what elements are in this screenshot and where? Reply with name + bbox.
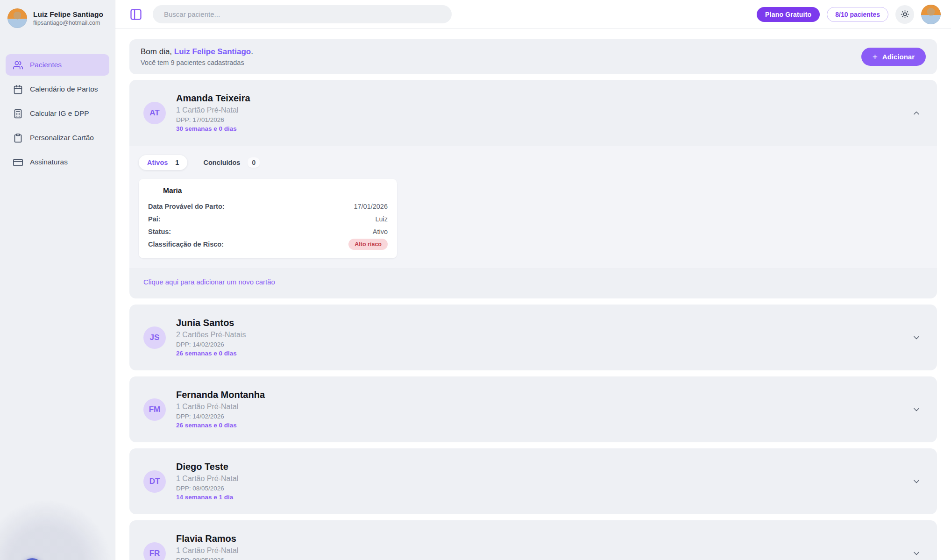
topbar: Plano Gratuito 8/10 pacientes xyxy=(115,0,951,29)
patient-card: JS Junia Santos 2 Cartões Pré-Natais DPP… xyxy=(129,305,937,370)
patient-profile-button[interactable] xyxy=(871,476,881,487)
topbar-right: Plano Gratuito 8/10 pacientes xyxy=(757,5,941,24)
patient-card-header[interactable]: AT Amanda Teixeira 1 Cartão Pré-Natal DP… xyxy=(129,80,937,146)
greeting-banner: Bom dia, Luiz Felipe Santiago. Você tem … xyxy=(129,39,937,74)
patient-dpp: DPP: 17/01/2026 xyxy=(176,115,250,124)
panel-icon xyxy=(129,8,142,21)
detail-row-value: 17/01/2026 xyxy=(354,203,388,210)
patient-gestational-age: 26 semanas e 0 dias xyxy=(176,349,246,358)
sidebar-item-pacientes[interactable]: Pacientes xyxy=(6,54,109,76)
patient-initials-avatar: AT xyxy=(143,102,166,124)
patient-info: Flavia Ramos 1 Cartão Pré-Natal DPP: 08/… xyxy=(176,532,238,560)
patient-card-detail: Ativos 1 Concluídos 0 Maria Data Prováve… xyxy=(129,146,937,298)
chevron-down-icon xyxy=(912,333,921,342)
sidebar-item-personalizar-cartao[interactable]: Personalizar Cartão xyxy=(6,127,109,149)
sidebar-item-calcular-ig-e-dpp[interactable]: Calcular IG e DPP xyxy=(6,103,109,124)
patient-expand-button[interactable] xyxy=(912,477,921,486)
user-photo-avatar xyxy=(7,8,27,28)
add-patient-button[interactable]: + Adicionar xyxy=(861,48,926,66)
file-icon xyxy=(148,186,157,195)
prenatal-detail-row: Pai: Luiz xyxy=(148,213,388,225)
sidebar-item-label: Calcular IG e DPP xyxy=(30,109,89,118)
theme-toggle-button[interactable] xyxy=(895,5,914,24)
patient-name: Fernanda Montanha xyxy=(176,389,265,401)
patient-expand-button[interactable] xyxy=(912,333,921,342)
prenatal-card-title-row: Maria xyxy=(148,186,388,195)
detail-row-value: Alto risco xyxy=(348,239,388,250)
patient-actions xyxy=(871,404,921,415)
sidebar-toggle-button[interactable] xyxy=(129,8,142,21)
greeting-line: Bom dia, Luiz Felipe Santiago. xyxy=(141,46,253,57)
patient-expand-button[interactable] xyxy=(912,405,921,414)
tab-count-badge: 1 xyxy=(175,159,179,166)
patient-delete-button[interactable] xyxy=(891,333,901,343)
chevron-down-icon xyxy=(912,549,921,558)
patient-card-header[interactable]: FR Flavia Ramos 1 Cartão Pré-Natal DPP: … xyxy=(129,520,937,560)
patient-collapse-button[interactable] xyxy=(912,108,921,118)
prenatal-tab-ativos[interactable]: Ativos 1 xyxy=(139,155,187,170)
patient-profile-button[interactable] xyxy=(871,548,881,559)
patient-name: Amanda Teixeira xyxy=(176,92,250,105)
patient-cards-count: 1 Cartão Pré-Natal xyxy=(176,105,250,115)
sidebar-item-assinaturas[interactable]: Assinaturas xyxy=(6,151,109,173)
user-meta: Luiz Felipe Santiago flipsantiago@hotmai… xyxy=(33,10,103,27)
sun-icon xyxy=(901,10,909,19)
patient-card-header[interactable]: FM Fernanda Montanha 1 Cartão Pré-Natal … xyxy=(129,376,937,442)
chevron-up-icon xyxy=(912,108,921,118)
greeting-text: Bom dia, Luiz Felipe Santiago. Você tem … xyxy=(141,46,253,68)
main-column: Plano Gratuito 8/10 pacientes Bom dia, L… xyxy=(115,0,951,560)
patient-card-header[interactable]: JS Junia Santos 2 Cartões Pré-Natais DPP… xyxy=(129,305,937,370)
patient-name: Junia Santos xyxy=(176,317,246,329)
patient-initials-avatar: DT xyxy=(143,470,166,493)
patient-delete-button[interactable] xyxy=(891,108,901,118)
chevron-down-icon xyxy=(912,405,921,414)
sidebar-user: Luiz Felipe Santiago flipsantiago@hotmai… xyxy=(6,8,109,28)
header-avatar[interactable] xyxy=(921,5,941,24)
prenatal-detail-row: Classificação de Risco: Alto risco xyxy=(148,238,388,250)
tab-count-badge: 0 xyxy=(248,157,260,168)
patient-info: Fernanda Montanha 1 Cartão Pré-Natal DPP… xyxy=(176,389,265,430)
patient-cards-count: 1 Cartão Pré-Natal xyxy=(176,545,238,556)
sidebar-item-label: Personalizar Cartão xyxy=(30,134,94,142)
detail-row-label: Pai: xyxy=(148,215,161,223)
plus-icon: + xyxy=(873,53,878,60)
search-input[interactable] xyxy=(153,5,452,23)
patient-gestational-age: 14 semanas e 1 dia xyxy=(176,493,238,502)
greeting-user-name: Luiz Felipe Santiago xyxy=(174,47,251,56)
patient-delete-button[interactable] xyxy=(891,404,901,415)
patient-list: AT Amanda Teixeira 1 Cartão Pré-Natal DP… xyxy=(129,80,937,560)
patient-actions xyxy=(871,333,921,343)
app-root: Luiz Felipe Santiago flipsantiago@hotmai… xyxy=(0,0,951,560)
patient-gestational-age: 26 semanas e 0 dias xyxy=(176,421,265,430)
user-email: flipsantiago@hotmail.com xyxy=(33,19,103,27)
patient-profile-button[interactable] xyxy=(871,108,881,118)
patient-delete-button[interactable] xyxy=(891,548,901,559)
prenatal-card-rows: Data Provável do Parto: 17/01/2026 Pai: … xyxy=(148,200,388,250)
sidebar-item-label: Calendário de Partos xyxy=(30,85,98,93)
sidebar-item-calendario-de-partos[interactable]: Calendário de Partos xyxy=(6,78,109,100)
prenatal-tabs: Ativos 1 Concluídos 0 xyxy=(139,154,926,171)
patient-dpp: DPP: 08/05/2026 xyxy=(176,556,238,560)
chevron-down-icon xyxy=(912,477,921,486)
patient-profile-button[interactable] xyxy=(871,404,881,415)
user-name: Luiz Felipe Santiago xyxy=(33,10,103,19)
patient-card: DT Diego Teste 1 Cartão Pré-Natal DPP: 0… xyxy=(129,448,937,514)
patient-cards-count: 1 Cartão Pré-Natal xyxy=(176,473,238,484)
add-prenatal-card-link[interactable]: Clique aqui para adicionar um novo cartã… xyxy=(143,278,275,286)
patient-card-header[interactable]: DT Diego Teste 1 Cartão Pré-Natal DPP: 0… xyxy=(129,448,937,514)
calculator-icon xyxy=(13,109,23,119)
prenatal-card-delete-button[interactable] xyxy=(379,186,388,195)
patient-profile-button[interactable] xyxy=(871,333,881,343)
patient-info: Diego Teste 1 Cartão Pré-Natal DPP: 08/0… xyxy=(176,461,238,502)
patient-gestational-age: 30 semanas e 0 dias xyxy=(176,124,250,134)
patient-info: Amanda Teixeira 1 Cartão Pré-Natal DPP: … xyxy=(176,92,250,134)
detail-row-label: Data Provável do Parto: xyxy=(148,203,225,210)
patient-delete-button[interactable] xyxy=(891,476,901,487)
prenatal-tab-concluídos[interactable]: Concluídos 0 xyxy=(195,154,268,171)
patient-expand-button[interactable] xyxy=(912,549,921,558)
patient-actions xyxy=(871,108,921,118)
detail-row-label: Classificação de Risco: xyxy=(148,241,224,248)
patient-initials-avatar: FR xyxy=(143,542,166,560)
sidebar-nav: Pacientes Calendário de Partos Calcular … xyxy=(6,54,109,173)
patient-dpp: DPP: 08/05/2026 xyxy=(176,484,238,493)
